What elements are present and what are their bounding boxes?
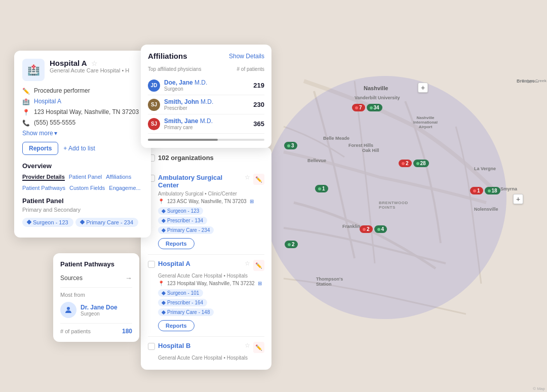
aff-avatar-1: JD	[148, 80, 160, 92]
map-label-brentwood: BRENTWOODPOINTS	[379, 201, 408, 210]
aff-name-1[interactable]: Doe, Jane M.D.	[164, 79, 253, 86]
pathways-sources-arrow[interactable]: →	[125, 274, 132, 282]
detail-row-hospital: 🏥 Hospital A	[22, 98, 143, 105]
org-1-name[interactable]: Ambulatory Surgical Center	[158, 174, 242, 189]
pathways-most-from-label: Most from	[60, 292, 132, 298]
map-badge-red-2b: 2	[360, 225, 373, 233]
map-cluster-7[interactable]: 2	[285, 241, 298, 248]
map-label-bellevue: Bellevue	[307, 158, 326, 163]
map-zoom-in-top[interactable]: +	[418, 83, 428, 93]
org-3-checkbox[interactable]	[148, 343, 155, 350]
org-2-pin-icon: 📍	[158, 281, 164, 286]
aff-show-details[interactable]: Show Details	[229, 53, 264, 60]
aff-role-2: Prescriber	[164, 105, 253, 111]
patient-tag-surgeon[interactable]: Surgeon - 123	[22, 218, 73, 227]
aff-info-2: Smith, John M.D. Prescriber	[164, 98, 253, 111]
patient-tag-primarycare-label: Primary Care - 234	[86, 219, 133, 225]
hospital-title-area: Hospital A ☆ General Acute Care Hospital…	[50, 59, 143, 73]
map-badge-red-2a: 2	[399, 160, 412, 167]
pathways-title: Patient Pathways	[60, 260, 132, 268]
org-item-1: Ambulatory Surgical Center ☆ ✏️ Ambulato…	[148, 169, 264, 255]
map-cluster-3[interactable]: 2 28	[399, 160, 429, 167]
org-1-tag-prescriber[interactable]: Prescriber - 134	[158, 217, 207, 224]
org-2-name[interactable]: Hospital A	[158, 260, 242, 267]
procedure-label: Procedure performer	[34, 87, 90, 94]
svg-point-0	[67, 307, 70, 310]
hospital-icon-box: 🏥	[22, 59, 45, 81]
map-zoom-in-right[interactable]: +	[513, 194, 523, 204]
org-1-tag-primarycare[interactable]: Primary Care - 234	[158, 226, 214, 234]
org-1-star[interactable]: ☆	[245, 174, 250, 181]
tag-diamond-icon	[27, 220, 32, 225]
map-cluster-2[interactable]: 3	[284, 142, 297, 149]
org-3-name[interactable]: Hospital B	[158, 342, 242, 349]
map-label-thompson: Thompson'sStation	[316, 277, 343, 287]
org-3-edit-icon[interactable]: ✏️	[253, 342, 264, 353]
org-1-pin-icon: 📍	[158, 199, 164, 204]
org-1-tag-surgeon[interactable]: Surgeon - 123	[158, 207, 203, 215]
tab-custom-fields[interactable]: Custom Fields	[69, 185, 105, 191]
org-item-2-header: Hospital A ☆ ✏️	[148, 260, 264, 271]
org-item-3: Hospital B ☆ ✏️ General Acute Care Hospi…	[148, 337, 264, 368]
tag-diamond-icon-8	[162, 310, 166, 314]
aff-col-headers: Top affiliated physicians # of patients	[148, 66, 264, 72]
tab-patient-panel[interactable]: Patient Panel	[69, 174, 102, 181]
org-1-reports-button[interactable]: Reports	[158, 238, 194, 249]
hospital-icon: 🏥	[27, 64, 40, 76]
org-2-checkbox[interactable]	[148, 261, 155, 268]
reports-button[interactable]: Reports	[22, 142, 58, 155]
pathways-sources-row: Sources →	[60, 274, 132, 282]
map-label-smyrna: Smyrna	[500, 186, 517, 191]
map-label-belle-meade: Belle Meade	[323, 136, 349, 141]
aff-row-1: JD Doe, Jane M.D. Surgeon 219	[148, 76, 264, 95]
org-2-type: General Acute Care Hospital • Hospitals	[158, 273, 264, 279]
detail-row-phone: 📞 (555) 555-5555	[22, 119, 143, 127]
address-label: 123 Hospital Way, Nashville, TN 37203	[34, 108, 139, 115]
aff-header: Affiliations Show Details	[148, 52, 264, 60]
org-2-address: 📍 123 Hospital Way, Nashville, TN 37232 …	[158, 281, 264, 286]
org-2-copy-icon[interactable]: ⊞	[258, 281, 262, 286]
org-2-star[interactable]: ☆	[245, 260, 250, 267]
org-2-edit-icon[interactable]: ✏️	[253, 260, 264, 271]
patient-panel-sub: Primary and Secondary	[22, 207, 143, 213]
org-1-copy-icon[interactable]: ⊞	[250, 199, 254, 204]
tag-diamond-icon-7	[162, 300, 166, 304]
map-badge-green-3: 3	[284, 142, 297, 149]
org-1-address: 📍 123 ASC Way, Nashville, TN 37203 ⊞	[158, 199, 264, 204]
aff-scroll-indicator	[148, 139, 264, 141]
org-2-reports-button[interactable]: Reports	[158, 320, 194, 331]
aff-scroll-thumb	[148, 139, 218, 141]
org-2-tag-prescriber[interactable]: Prescriber - 164	[158, 299, 207, 306]
add-to-list-button[interactable]: + Add to list	[63, 145, 95, 152]
aff-name-2[interactable]: Smith, John M.D.	[164, 98, 253, 105]
tab-affiliations[interactable]: Affiliations	[106, 174, 131, 181]
pathways-count-value: 180	[122, 328, 132, 335]
aff-name-3[interactable]: Smith, Jane M.D.	[164, 117, 253, 125]
tab-patient-pathways[interactable]: Patient Pathways	[22, 185, 65, 191]
org-1-edit-icon[interactable]: ✏️	[253, 174, 264, 185]
map-cluster-5[interactable]: 1 18	[470, 187, 500, 194]
org-2-tag-primarycare[interactable]: Primary Care - 148	[158, 308, 214, 316]
phone-label: (555) 555-5555	[34, 119, 75, 126]
show-more-link[interactable]: Show more ▾	[22, 130, 143, 137]
org-3-star[interactable]: ☆	[245, 342, 250, 349]
map-badge-green-4: 4	[374, 225, 387, 233]
hospital-link[interactable]: Hospital A	[34, 98, 61, 105]
map-label-oak-hill: Oak Hill	[362, 148, 379, 153]
map-label-nashville: Nashville	[364, 85, 388, 91]
aff-avatar-3: SJ	[148, 118, 160, 130]
tab-engagement[interactable]: Engageme...	[109, 185, 140, 191]
tag-diamond-icon-3	[162, 209, 166, 213]
org-2-tag-surgeon[interactable]: Surgeon - 101	[158, 289, 203, 297]
tab-provider-details[interactable]: Provider Details	[22, 174, 65, 181]
pathways-doctor-name[interactable]: Dr. Jane Doe	[81, 304, 118, 311]
map-cluster-6[interactable]: 2 4	[360, 225, 387, 233]
hospital-name: Hospital A	[50, 59, 87, 67]
patient-tag-primarycare[interactable]: Primary Care - 234	[75, 218, 138, 227]
hospital-favorite-star[interactable]: ☆	[91, 59, 98, 67]
org-item-1-header: Ambulatory Surgical Center ☆ ✏️	[148, 174, 264, 189]
map-cluster-4[interactable]: 1	[315, 185, 328, 192]
map-cluster-1[interactable]: 7 34	[352, 104, 382, 111]
map-badge-green-34: 34	[367, 104, 382, 111]
overview-nav-tabs: Provider Details Patient Panel Affiliati…	[22, 174, 143, 191]
